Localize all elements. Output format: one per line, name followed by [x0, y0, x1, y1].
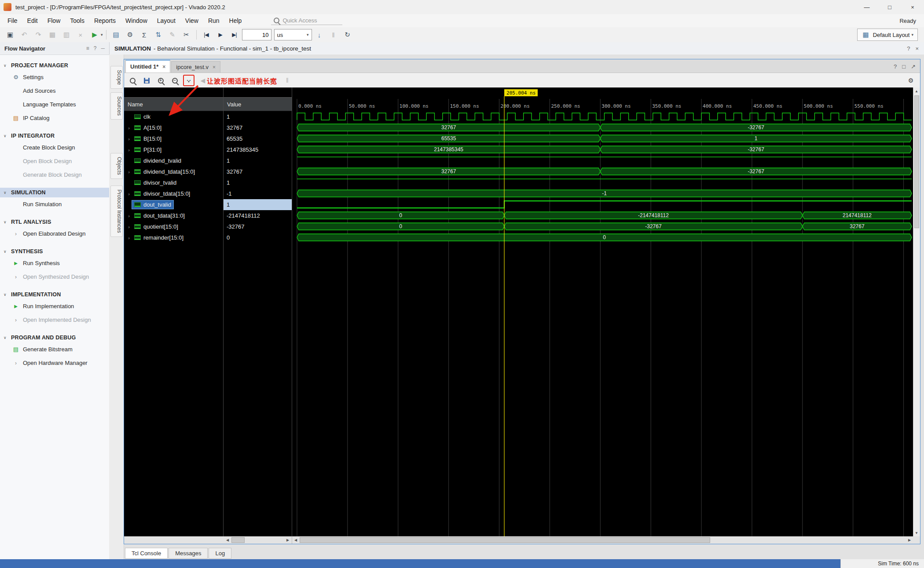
- side-tab-scope[interactable]: Scope: [110, 66, 123, 89]
- scroll-left-icon[interactable]: ◀: [224, 537, 231, 543]
- delete-icon[interactable]: ×: [74, 29, 87, 40]
- menu-view[interactable]: View: [180, 15, 203, 26]
- swap-cursor-icon[interactable]: ‖: [282, 75, 293, 86]
- add-signal-icon[interactable]: +: [239, 75, 251, 86]
- horizontal-scrollbar[interactable]: ◀ ▶: [292, 536, 913, 544]
- wave-signal-value[interactable]: 32767: [224, 122, 292, 133]
- side-tab-protocol-instances[interactable]: Protocol Instances: [110, 186, 123, 237]
- side-tab-sources[interactable]: Sources: [110, 92, 123, 120]
- flow-item-generate-block-design[interactable]: Generate Block Design: [0, 168, 109, 182]
- wave-signal-row[interactable]: ›P[31:0]: [124, 144, 223, 155]
- wave-signal-value[interactable]: 65535: [224, 133, 292, 144]
- side-tab-objects[interactable]: Objects: [110, 153, 123, 179]
- sigma-icon[interactable]: Σ: [138, 29, 151, 40]
- previous-transition-icon[interactable]: ◀: [197, 75, 209, 86]
- bottom-tab-tcl-console[interactable]: Tcl Console: [125, 548, 168, 559]
- flow-item-create-block-design[interactable]: Create Block Design: [0, 141, 109, 154]
- flow-item-ip-catalog[interactable]: ▤IP Catalog: [0, 111, 109, 125]
- wave-signal-row[interactable]: dividend_tvalid: [124, 155, 223, 166]
- save-waveform-icon[interactable]: [141, 75, 152, 86]
- wave-signal-row[interactable]: ›A[15:0]: [124, 122, 223, 133]
- wave-signal-row[interactable]: divisor_tvalid: [124, 177, 223, 188]
- maximize-panel-icon[interactable]: □: [902, 63, 906, 70]
- wave-signal-row[interactable]: ›divisor_tdata[15:0]: [124, 188, 223, 199]
- menu-layout[interactable]: Layout: [152, 15, 180, 26]
- run-button[interactable]: ▶: [88, 29, 101, 40]
- wave-signal-row[interactable]: clk: [124, 111, 223, 122]
- scroll-down-icon[interactable]: ▼: [913, 530, 920, 536]
- wave-signal-value[interactable]: -2147418112: [224, 210, 292, 221]
- redo-icon[interactable]: ↷: [32, 29, 45, 40]
- editor-tab-ipcore-test-v[interactable]: ipcore_test.v×: [171, 61, 220, 73]
- wave-signal-value[interactable]: 1: [224, 111, 292, 122]
- waveform-canvas[interactable]: 0.000 ns50.000 ns100.000 ns150.000 ns200…: [292, 87, 913, 536]
- minimize-panel-icon[interactable]: ─: [101, 45, 105, 51]
- horizontal-scrollbar-thumb[interactable]: [300, 537, 710, 543]
- settings-gear-icon[interactable]: ⚙: [124, 29, 137, 40]
- edit-icon[interactable]: ✎: [166, 29, 179, 40]
- wave-signal-value[interactable]: 32767: [224, 166, 292, 177]
- layout-selector[interactable]: ▦ Default Layout ▾: [857, 29, 918, 41]
- scroll-left-icon[interactable]: ◀: [293, 537, 299, 543]
- flow-item-open-synthesized-design[interactable]: ›Open Synthesized Design: [0, 270, 109, 284]
- wave-signal-value[interactable]: 0: [224, 232, 292, 243]
- wave-signal-value[interactable]: 2147385345: [224, 144, 292, 155]
- menu-run[interactable]: Run: [203, 15, 224, 26]
- menu-reports[interactable]: Reports: [89, 15, 121, 26]
- flow-item-language-templates[interactable]: Language Templates: [0, 98, 109, 111]
- reports-icon[interactable]: ▤: [110, 29, 123, 40]
- go-to-time-start-icon[interactable]: |◀: [253, 75, 265, 86]
- wave-signal-value[interactable]: -1: [224, 188, 292, 199]
- name-scrollbar-thumb[interactable]: [231, 537, 245, 543]
- zoom-fit-icon[interactable]: [183, 75, 194, 86]
- wave-signal-row[interactable]: ›dout_tdata[31:0]: [124, 210, 223, 221]
- flow-section-ip-integrator[interactable]: ∨IP INTEGRATOR: [0, 131, 109, 141]
- wave-signal-value[interactable]: 1: [224, 155, 292, 166]
- swap-icon[interactable]: ⇅: [152, 29, 165, 40]
- flow-item-run-synthesis[interactable]: ▶Run Synthesis: [0, 256, 109, 270]
- flow-item-open-elaborated-design[interactable]: ›Open Elaborated Design: [0, 227, 109, 240]
- float-panel-icon[interactable]: ↗: [911, 63, 916, 70]
- wave-signal-value[interactable]: -32767: [224, 221, 292, 232]
- flow-item-open-implemented-design[interactable]: ›Open Implemented Design: [0, 313, 109, 327]
- name-column-scrollbar[interactable]: ◀ ▶: [124, 536, 292, 544]
- copy-icon[interactable]: ▦: [46, 29, 59, 40]
- flow-section-synthesis[interactable]: ∨SYNTHESIS: [0, 247, 109, 256]
- maximize-button[interactable]: □: [878, 0, 901, 14]
- find-icon[interactable]: [127, 75, 138, 86]
- wave-signal-row[interactable]: ›dividend_tdata[15:0]: [124, 166, 223, 177]
- wave-settings-gear-icon[interactable]: ⚙: [905, 75, 917, 86]
- flow-item-open-block-design[interactable]: Open Block Design: [0, 154, 109, 168]
- help-icon[interactable]: ?: [894, 63, 897, 70]
- menu-window[interactable]: Window: [121, 15, 152, 26]
- expand-icon[interactable]: ›: [126, 169, 132, 175]
- run-for-time-button[interactable]: ▶|: [228, 29, 241, 40]
- wave-signal-row[interactable]: ›remainder[15:0]: [124, 232, 223, 243]
- expand-icon[interactable]: ›: [126, 136, 132, 142]
- close-icon[interactable]: ×: [162, 64, 165, 70]
- relaunch-simulation-button[interactable]: ↻: [341, 29, 354, 40]
- wave-signal-value[interactable]: 1: [224, 199, 292, 210]
- expand-icon[interactable]: ›: [126, 191, 132, 197]
- probe-icon[interactable]: ✂: [180, 29, 193, 40]
- flow-item-add-sources[interactable]: Add Sources: [0, 84, 109, 98]
- add-marker-icon[interactable]: ●: [225, 75, 237, 86]
- paste-icon[interactable]: ▥: [60, 29, 73, 40]
- simulation-time-input[interactable]: [242, 29, 271, 40]
- menu-edit[interactable]: Edit: [22, 15, 43, 26]
- help-icon[interactable]: ?: [907, 45, 910, 52]
- vertical-scrollbar-thumb[interactable]: [914, 95, 919, 228]
- pause-button[interactable]: ‖: [327, 29, 340, 40]
- expand-icon[interactable]: ›: [126, 235, 132, 240]
- close-button[interactable]: ×: [901, 0, 924, 14]
- close-icon[interactable]: ×: [915, 45, 919, 52]
- expand-icon[interactable]: ›: [126, 224, 132, 229]
- quick-access-search[interactable]: Quick Access: [271, 16, 342, 25]
- wave-signal-value[interactable]: 1: [224, 177, 292, 188]
- bottom-tab-log[interactable]: Log: [209, 548, 231, 559]
- next-transition-icon[interactable]: ▶: [211, 75, 223, 86]
- flow-item-open-hardware-manager[interactable]: ›Open Hardware Manager: [0, 356, 109, 370]
- flow-section-simulation[interactable]: ∨SIMULATION: [0, 188, 109, 197]
- flow-section-project-manager[interactable]: ∨PROJECT MANAGER: [0, 61, 109, 70]
- run-all-button[interactable]: ▶: [214, 29, 227, 40]
